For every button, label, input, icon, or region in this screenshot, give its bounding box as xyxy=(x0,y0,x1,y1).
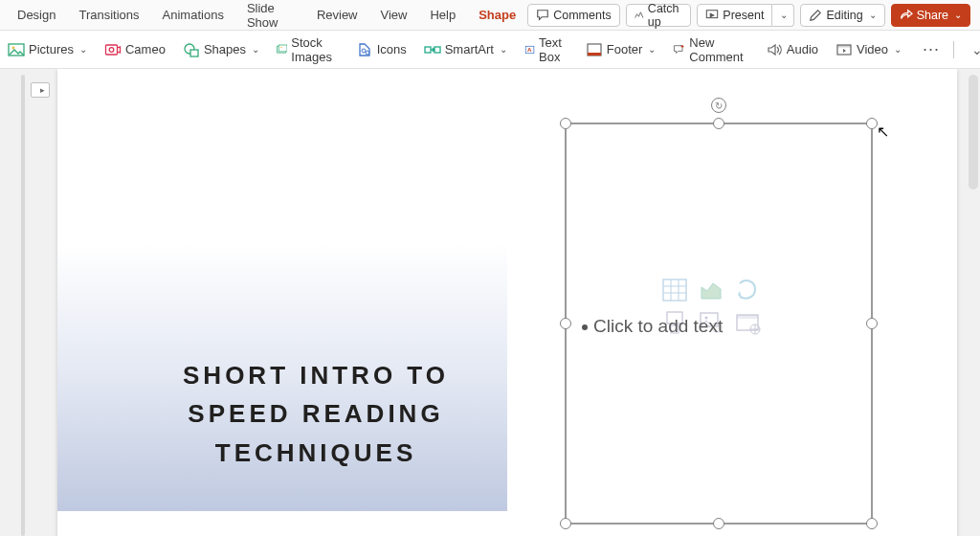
more-button[interactable]: ··· xyxy=(917,39,946,59)
icons-button[interactable]: Icons xyxy=(354,38,409,61)
textbox-button[interactable]: A Text Box xyxy=(523,33,570,67)
outline-toggle-button[interactable] xyxy=(31,82,50,98)
resize-handle-w[interactable] xyxy=(560,318,571,329)
tab-transitions[interactable]: Transitions xyxy=(67,2,150,28)
footer-label: Footer xyxy=(607,42,643,56)
cameo-label: Cameo xyxy=(125,42,166,56)
new-comment-button[interactable]: New Comment xyxy=(671,33,749,67)
svg-point-2 xyxy=(12,46,15,49)
resize-handle-ne[interactable] xyxy=(866,118,878,129)
editing-label: Editing xyxy=(826,9,862,22)
shapes-button[interactable]: Shapes⌄ xyxy=(181,38,261,61)
textbox-icon: A xyxy=(524,41,535,58)
chevron-down-icon: ⌄ xyxy=(894,44,902,55)
stock-images-icon xyxy=(277,41,287,58)
placeholder-text: Click to add text xyxy=(593,316,723,337)
title-line-2: SPEED READING xyxy=(188,399,443,428)
svg-rect-27 xyxy=(737,315,758,319)
tab-design[interactable]: Design xyxy=(6,2,67,28)
comments-button[interactable]: Comments xyxy=(527,4,619,27)
comment-icon xyxy=(536,9,549,22)
comments-label: Comments xyxy=(553,9,611,22)
chevron-down-icon: ⌄ xyxy=(780,10,788,20)
cameo-icon xyxy=(104,41,122,58)
svg-point-10 xyxy=(362,49,366,53)
resize-handle-se[interactable] xyxy=(866,518,878,529)
slide-canvas-area: SHORT INTRO TO SPEED READING TECHNIQUES … xyxy=(0,69,980,536)
svg-rect-17 xyxy=(588,53,601,56)
cameo-button[interactable]: Cameo xyxy=(102,38,167,61)
tab-animations[interactable]: Animations xyxy=(151,2,235,28)
chevron-down-icon: ⌄ xyxy=(252,44,259,55)
svg-rect-20 xyxy=(663,279,686,301)
share-label: Share xyxy=(917,9,948,22)
footer-icon xyxy=(586,41,603,58)
audio-label: Audio xyxy=(787,42,818,56)
share-button[interactable]: Share ⌄ xyxy=(891,4,970,27)
svg-rect-6 xyxy=(190,50,198,56)
new-comment-label: New Comment xyxy=(689,35,747,64)
svg-point-4 xyxy=(109,47,114,52)
video-label: Video xyxy=(857,42,888,56)
svg-rect-8 xyxy=(278,44,287,51)
resize-handle-s[interactable] xyxy=(713,518,724,529)
vertical-scrollbar[interactable] xyxy=(967,69,980,536)
pictures-icon xyxy=(8,41,25,58)
catchup-icon xyxy=(635,9,644,22)
tab-shape[interactable]: Shape xyxy=(467,2,527,28)
audio-icon xyxy=(766,41,783,58)
resize-handle-n[interactable] xyxy=(713,118,724,129)
catchup-button[interactable]: Catch up xyxy=(626,4,692,27)
content-placeholder[interactable]: ↻ Click to add text xyxy=(565,123,873,525)
icons-label: Icons xyxy=(377,42,407,56)
stock-images-button[interactable]: Stock Images xyxy=(275,33,341,67)
smartart-label: SmartArt xyxy=(445,42,494,56)
insert-smartart-icon[interactable] xyxy=(731,276,764,304)
editing-mode-button[interactable]: Editing ⌄ xyxy=(800,4,884,27)
video-icon xyxy=(835,41,853,58)
pictures-button[interactable]: Pictures⌄ xyxy=(6,38,89,61)
svg-text:A: A xyxy=(527,46,532,53)
present-icon xyxy=(705,9,719,22)
thumbnail-rail[interactable] xyxy=(21,75,25,536)
present-button[interactable]: Present xyxy=(697,4,772,27)
chevron-down-icon: ⌄ xyxy=(79,44,87,55)
resize-handle-sw[interactable] xyxy=(560,518,571,529)
smartart-icon xyxy=(424,41,441,58)
resize-handle-nw[interactable] xyxy=(560,118,571,129)
slide-title[interactable]: SHORT INTRO TO SPEED READING TECHNIQUES xyxy=(134,356,498,472)
present-dropdown[interactable]: ⌄ xyxy=(772,4,794,27)
pictures-label: Pictures xyxy=(29,42,74,56)
title-line-3: TECHNIQUES xyxy=(215,438,416,467)
svg-point-9 xyxy=(280,46,282,48)
title-line-1: SHORT INTRO TO xyxy=(183,361,449,390)
svg-rect-19 xyxy=(837,45,851,48)
tab-help[interactable]: Help xyxy=(418,2,467,28)
insert-table-icon[interactable] xyxy=(658,276,691,304)
tab-slideshow[interactable]: Slide Show xyxy=(235,0,305,35)
insert-toolbar: Pictures⌄ Cameo Shapes⌄ Stock Images Ico… xyxy=(0,31,980,69)
insert-chart-icon[interactable] xyxy=(695,276,727,304)
textbox-label: Text Box xyxy=(539,35,568,64)
chevron-down-icon: ⌄ xyxy=(869,10,877,20)
rotate-handle[interactable]: ↻ xyxy=(711,98,726,113)
tab-review[interactable]: Review xyxy=(305,2,369,28)
slide[interactable]: SHORT INTRO TO SPEED READING TECHNIQUES … xyxy=(57,69,957,536)
svg-rect-12 xyxy=(425,47,431,53)
resize-handle-e[interactable] xyxy=(866,318,878,329)
smartart-button[interactable]: SmartArt⌄ xyxy=(422,38,509,61)
audio-button[interactable]: Audio xyxy=(764,38,820,61)
catchup-label: Catch up xyxy=(648,2,682,29)
ribbon-right-group: Comments Catch up Present ⌄ Editing ⌄ Sh… xyxy=(527,4,974,27)
insert-video-icon[interactable] xyxy=(731,308,764,337)
footer-button[interactable]: Footer⌄ xyxy=(584,38,658,61)
icons-icon xyxy=(356,41,373,58)
pencil-icon xyxy=(809,9,822,22)
scroll-thumb[interactable] xyxy=(969,75,978,190)
placeholder-prompt[interactable]: Click to add text xyxy=(582,316,723,337)
shapes-icon xyxy=(183,41,200,58)
stock-images-label: Stock Images xyxy=(291,35,338,64)
video-button[interactable]: Video⌄ xyxy=(834,38,903,61)
tab-view[interactable]: View xyxy=(369,2,419,28)
collapse-ribbon-button[interactable]: ⌄ xyxy=(962,42,980,57)
